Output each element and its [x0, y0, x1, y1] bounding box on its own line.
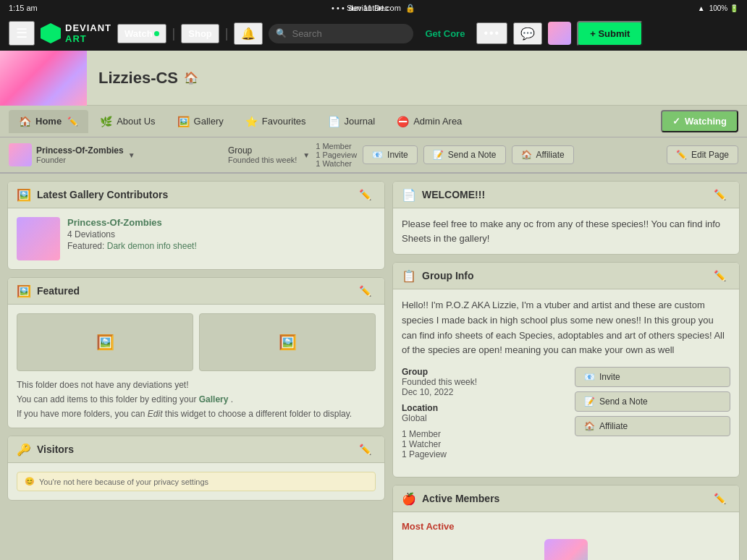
member-avatar	[544, 539, 588, 560]
user-dropdown-arrow[interactable]: ▼	[128, 151, 135, 159]
info-affiliate-icon: 🏠	[584, 421, 595, 431]
stat-pageviews: 1 Pageview	[316, 150, 357, 159]
stat-members: 1 Member	[316, 142, 357, 150]
gallery-contributors-widget: 🖼️ Latest Gallery Contributors ✏️ Prince…	[7, 181, 385, 270]
active-members-title: Active Members	[422, 493, 499, 504]
battery-status: 100% 🔋	[709, 4, 738, 12]
founder-avatar[interactable]	[9, 143, 32, 166]
group-name: Lizzies-CS	[98, 69, 178, 88]
main-content: 🖼️ Latest Gallery Contributors ✏️ Prince…	[0, 174, 747, 560]
get-core-button[interactable]: Get Core	[419, 25, 470, 42]
group-stats-area: 1 Member 1 Watcher 1 Pageview	[402, 429, 557, 459]
send-note-button[interactable]: 📝 Send a Note	[423, 145, 506, 164]
info-affiliate-button[interactable]: 🏠 Affiliate	[575, 416, 730, 436]
edit-page-button[interactable]: ✏️ Edit Page	[667, 145, 738, 164]
group-info-widget: 📋 Group Info ✏️ Hello!! I'm P.O.Z AKA Li…	[392, 262, 740, 478]
group-date: Dec 10, 2022	[402, 387, 557, 397]
nav-about[interactable]: 🌿 About Us	[90, 110, 165, 133]
top-nav: ☰ DEVIANTART Watch | Shop | 🔔 🔍 Get Core…	[0, 16, 747, 51]
visitors-edit-button[interactable]: ✏️	[355, 442, 376, 457]
chat-button[interactable]: 💬	[513, 22, 542, 45]
nav-journal[interactable]: 📄 Journal	[318, 110, 386, 133]
watching-label: Watching	[685, 116, 727, 127]
search-icon: 🔍	[276, 28, 287, 38]
visitors-header: 🔑 Visitors ✏️	[8, 436, 384, 463]
pencil-edit-icon[interactable]: ✏️	[67, 116, 78, 127]
affiliate-button[interactable]: 🏠 Affiliate	[512, 145, 574, 164]
featured-header: 🖼️ Featured ✏️	[8, 278, 384, 305]
submit-button[interactable]: + Submit	[577, 21, 643, 46]
watching-button[interactable]: ✓ Watching	[661, 110, 738, 132]
watch-dot	[154, 31, 159, 36]
fav-nav-icon: ⭐	[245, 116, 258, 127]
info-stat-pageview: 1 Pageview	[402, 449, 557, 459]
gallery-nav-icon: 🖼️	[177, 116, 190, 127]
featured-edit-button[interactable]: ✏️	[355, 284, 376, 298]
group-meta: Group Founded this week! Dec 10, 2022 Lo…	[402, 367, 730, 459]
welcome-header: 📄 WELCOME!!! ✏️	[393, 182, 739, 208]
visitors-icon: 🔑	[17, 443, 31, 457]
info-note-button[interactable]: 📝 Send a Note	[575, 391, 730, 412]
nav-home-label: Home	[35, 116, 62, 127]
user-avatar[interactable]	[548, 22, 571, 45]
search-input[interactable]	[269, 24, 413, 43]
group-info-description: Hello!! I'm P.O.Z AKA Lizzie, I'm a vtub…	[402, 298, 730, 358]
info-affiliate-label: Affiliate	[599, 421, 628, 431]
stat-watchers: 1 Watcher	[316, 159, 357, 168]
founder-name[interactable]: Princess-Of-Zombies	[36, 145, 124, 156]
welcome-body: Please feel free to make any oc from any…	[393, 208, 739, 254]
invite-button[interactable]: 📧 Invite	[363, 145, 418, 164]
affiliate-icon: 🏠	[521, 150, 532, 160]
active-members-header: 🍎 Active Members ✏️	[393, 485, 739, 512]
invite-icon: 📧	[372, 150, 383, 160]
contributor-name[interactable]: Princess-Of-Zombies	[67, 217, 197, 228]
da-icon	[41, 23, 61, 43]
nav-home[interactable]: 🏠 Home ✏️	[9, 110, 88, 133]
gallery-contributors-header: 🖼️ Latest Gallery Contributors ✏️	[8, 182, 384, 208]
home-indicator-icon: 🏠	[184, 71, 198, 85]
featured-add-text: You can add items to this folder by edit…	[17, 394, 376, 404]
submit-label: + Submit	[590, 28, 630, 39]
active-members-edit-button[interactable]: ✏️	[709, 491, 730, 506]
welcome-edit-button[interactable]: ✏️	[709, 187, 730, 202]
gallery-contributors-edit-button[interactable]: ✏️	[355, 187, 376, 202]
nav-admin[interactable]: ⛔ Admin Area	[387, 110, 472, 133]
watch-label: Watch	[124, 28, 153, 39]
group-stats: 1 Member 1 Pageview 1 Watcher	[316, 142, 357, 168]
visitors-widget: 🔑 Visitors ✏️ 😊 You're not here because …	[7, 436, 385, 501]
nav-favourites[interactable]: ⭐ Favourites	[235, 110, 316, 133]
featured-empty-text: This folder does not have any deviations…	[17, 380, 376, 390]
group-dropdown-arrow[interactable]: ▼	[303, 151, 310, 159]
more-options-button[interactable]: •••	[476, 22, 507, 44]
group-title-area: Lizzies-CS 🏠	[87, 69, 210, 88]
info-note-icon: 📝	[584, 396, 595, 407]
user-details: Princess-Of-Zombies Founder	[36, 145, 124, 164]
featured-thumbs: 🖼️ 🖼️	[17, 313, 376, 371]
featured-link[interactable]: Dark demon info sheet!	[107, 241, 197, 251]
search-wrapper: 🔍	[269, 24, 413, 43]
group-info-title: Group Info	[422, 270, 474, 281]
watch-button[interactable]: Watch	[117, 24, 166, 43]
wifi-icon	[698, 4, 705, 12]
group-info-edit-button[interactable]: ✏️	[709, 268, 730, 283]
gallery-link[interactable]: Gallery	[199, 394, 229, 404]
nav-gallery[interactable]: 🖼️ Gallery	[167, 110, 234, 133]
nav-journal-label: Journal	[345, 116, 376, 127]
nav-divider-1: |	[172, 26, 176, 41]
group-header: Lizzies-CS 🏠	[0, 51, 747, 106]
send-note-label: Send a Note	[448, 150, 497, 160]
check-icon: ✓	[672, 116, 680, 127]
hamburger-menu[interactable]: ☰	[9, 21, 35, 46]
affiliate-label: Affiliate	[536, 150, 565, 160]
group-info-icon: 📋	[402, 269, 416, 283]
deviantart-logo[interactable]: DEVIANTART	[41, 22, 111, 44]
group-info-body: Hello!! I'm P.O.Z AKA Lizzie, I'm a vtub…	[393, 289, 739, 477]
featured-body: 🖼️ 🖼️ This folder does not have any devi…	[8, 305, 384, 428]
info-note-label: Send a Note	[599, 396, 648, 407]
group-founded: Founded this week!	[228, 156, 297, 164]
active-members-body: Most Active Princess-Of-Zombies	[393, 512, 739, 560]
shop-button[interactable]: Shop	[181, 24, 219, 43]
info-invite-button[interactable]: 📧 Invite	[575, 367, 730, 387]
featured-icon: 🖼️	[17, 284, 31, 298]
notifications-button[interactable]: 🔔	[234, 22, 263, 45]
